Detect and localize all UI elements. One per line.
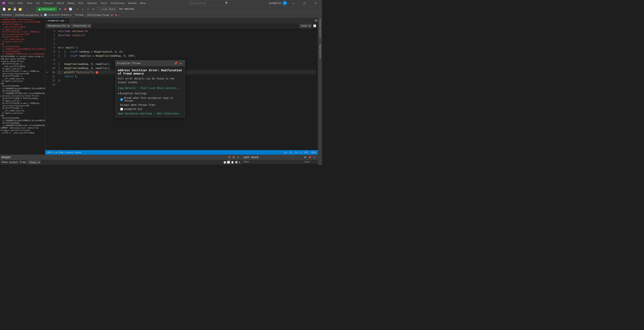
undo-btn[interactable]: ↩ [24, 7, 30, 12]
copy-details-link[interactable]: Copy Details [118, 87, 136, 90]
menu-analyze[interactable]: Analyze [86, 1, 98, 5]
menu-edit[interactable]: Edit [16, 1, 25, 5]
hex-display-btn[interactable]: ⬡ [91, 7, 96, 12]
callstack-dropdown-btn[interactable]: ▼ [303, 155, 307, 159]
continue-button[interactable]: ▶ Continue ▼ [36, 7, 57, 11]
split-editor-icon[interactable]: ⧉ [315, 19, 317, 22]
menu-build[interactable]: Build [56, 1, 66, 5]
code-content[interactable]: #include <Windows.h> #include <stdio.h> … [57, 28, 316, 150]
pin-button[interactable]: 📌 [173, 61, 178, 66]
ind-9 [45, 62, 48, 66]
callstack-table: [External Code] ➤ example3.exe!main() Li… [242, 164, 318, 165]
open-exception-settings-link[interactable]: Open Exception Settings [118, 112, 152, 115]
file-dropdown[interactable]: Miscellaneous Files [46, 24, 70, 28]
thread-select[interactable]: [251272] Main Thread [85, 13, 114, 17]
toolbar-btn4[interactable]: 🔲 [235, 161, 238, 164]
output-float-btn[interactable]: ⧉ [232, 155, 236, 159]
break-when-checkbox[interactable] [120, 98, 123, 101]
toolbar-btn5[interactable]: ⚙ [239, 161, 240, 164]
editor-controls: ⧉ [314, 19, 318, 22]
exception-action-links: Open Exception Settings | Edit Condition… [118, 112, 182, 115]
toolbar: 📄 📂 💾 🗂️ ↩ ↪ ▶ Continue ▼ ⏸ ⏹ 🔄 ↷ ↓ ↑ ⬡ … [0, 6, 322, 12]
menu-debug[interactable]: Debug [66, 1, 76, 5]
toolbar-btn1[interactable]: ⬤ [224, 161, 226, 164]
code-line-12: return 1; [57, 74, 316, 78]
pause-btn[interactable]: ⏸ [57, 7, 62, 12]
callstack-pin-btn[interactable]: 📌 [308, 155, 312, 159]
search-input[interactable] [188, 1, 229, 5]
exception-dialog-body: Address Sanitizer Error: Deallocation of… [115, 66, 185, 118]
bottom-area: Output 📌 ⧉ ✕ Show output from: Debug ⬤ ⬜… [0, 155, 322, 165]
menu-file[interactable]: File [7, 1, 16, 5]
expand-icon[interactable]: ⬜ [312, 24, 317, 27]
code-editor[interactable]: ➤ 1234 5678 910 11 121314 #include <Wind… [45, 28, 318, 150]
menu-tools[interactable]: Tools [99, 1, 109, 5]
left-debug-panel: ==244600==ERROR: AddressSanitizer: attem… [0, 18, 45, 155]
lifecycle-dropdown[interactable]: ▼ [70, 14, 71, 16]
edit-conditions-link[interactable]: Edit Conditions [157, 112, 179, 115]
code-line-2: #include <stdio.h> [57, 33, 316, 37]
ind-12 [45, 74, 48, 78]
toolbar-btn3[interactable]: 📋 [231, 161, 234, 164]
live-share-session-link[interactable]: Start Live Share session... [140, 87, 180, 90]
menu-test[interactable]: Test [76, 1, 85, 5]
exception-dialog-titlebar: Exception Thrown 📌 ✕ [115, 60, 185, 66]
code-line-8 [57, 58, 316, 62]
debug-indicators: ➤ [45, 28, 48, 150]
exception-close-button[interactable]: ✕ [178, 61, 183, 66]
live-share-icon: ⚡ [100, 8, 101, 10]
menu-window[interactable]: Window [127, 1, 138, 5]
editor-scrollbar[interactable] [316, 28, 318, 150]
zoom-level[interactable]: 100 % [47, 151, 54, 154]
code-line-5: ⊟int main() { [57, 46, 316, 50]
int-preview-button[interactable]: INT PREVIEW [117, 7, 136, 11]
continue-icon: ▶ [39, 7, 41, 11]
output-close-btn[interactable]: ✕ [236, 155, 240, 159]
callstack-close-btn[interactable]: ✕ [312, 155, 316, 159]
output-source-select[interactable]: Debug [28, 160, 41, 164]
open-file-btn[interactable]: 📂 [7, 7, 12, 12]
menu-project[interactable]: Project [42, 1, 55, 5]
menu-extensions[interactable]: Extensions [110, 1, 126, 5]
output-pin-btn[interactable]: 📌 [227, 155, 231, 159]
solution-explorer-icon[interactable]: Solution Explorer [319, 18, 322, 39]
user-avatar: JR [282, 1, 287, 5]
step-over-btn[interactable]: ↷ [75, 7, 80, 12]
restart-btn[interactable]: 🔄 [68, 7, 73, 12]
continue-dropdown[interactable]: ▼ [53, 8, 54, 10]
live-share-button[interactable]: ⚡ Live Share [98, 7, 117, 11]
scope-dropdown[interactable]: (Global Scope) [71, 24, 91, 28]
process-select[interactable]: [244600] example3.exe [13, 13, 43, 17]
redo-btn[interactable]: ↪ [30, 7, 35, 12]
step-out-btn[interactable]: ↑ [86, 7, 90, 12]
maximize-button[interactable]: □ [300, 0, 309, 6]
nav-dropdown[interactable]: main() [300, 24, 312, 28]
tab-close-icon[interactable]: ✕ [65, 19, 66, 22]
ind-6 [45, 50, 48, 54]
exception-settings-label[interactable]: ▼ Exception Settings [118, 92, 182, 95]
code-line-13: } [57, 78, 316, 83]
callstack-row[interactable]: [External Code] [242, 164, 318, 165]
close-button[interactable]: ✕ [311, 0, 320, 6]
project-checkbox[interactable] [120, 108, 123, 111]
ind-10 [45, 66, 48, 70]
team-explorer-icon[interactable]: Team Explorer [319, 43, 322, 60]
bookmark-icon: 🔖 [114, 13, 118, 16]
minimize-button[interactable]: — [289, 0, 298, 6]
tab-new[interactable]: + [69, 18, 76, 23]
callstack-header: Name Lang [242, 160, 318, 164]
menu-view[interactable]: View [25, 1, 34, 5]
step-into-btn[interactable]: ↓ [80, 7, 85, 12]
code-line-9: │ HeapFree(newHeap, 0, newAlloc); [57, 62, 316, 66]
save-btn[interactable]: 💾 [12, 7, 17, 12]
tab-example3[interactable]: example3.cpp ✕ [45, 18, 69, 23]
output-content[interactable]: 0x00000427B64E0000. Exception thrown at … [0, 165, 242, 165]
save-all-btn[interactable]: 🗂️ [18, 7, 22, 12]
new-file-btn[interactable]: 📄 [2, 7, 6, 12]
menu-git[interactable]: Git [34, 1, 42, 5]
menu-help[interactable]: Help [138, 1, 148, 5]
toolbar-btn2[interactable]: ⬜ [227, 161, 230, 164]
stop-btn[interactable]: ⏹ [63, 7, 68, 12]
code-line-3 [57, 37, 316, 41]
status-right: Ln: 11 Ch: 1 SPC CRLF [284, 151, 316, 154]
